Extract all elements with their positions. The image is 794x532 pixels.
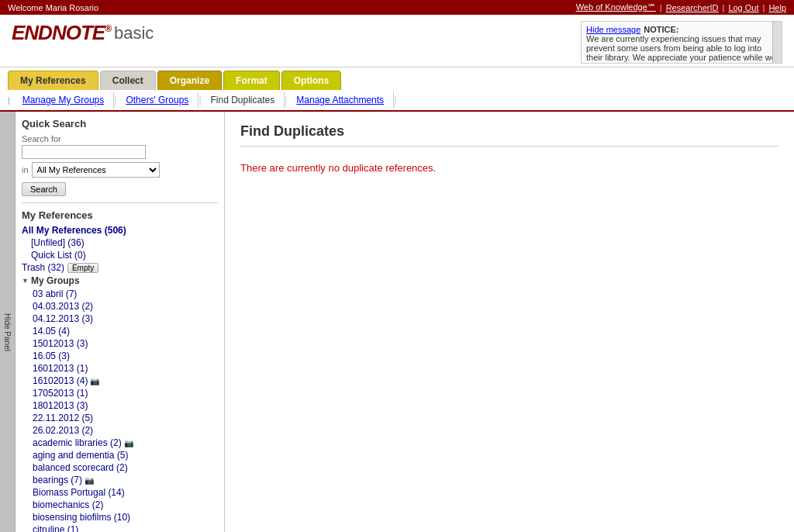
group-link-item[interactable]: 18012013 (3) [22,399,218,412]
my-groups-label: My Groups [31,275,80,286]
sidebar-divider-1 [22,202,218,203]
group-link-item[interactable]: 16.05 (3) [22,350,218,362]
hide-panel-tab[interactable]: Hide Panel [0,112,16,532]
group-icon: 📷 [85,476,94,485]
group-link-item[interactable]: 16102013 (4)📷 [22,375,218,387]
sub-nav-manage-groups[interactable]: Manage My Groups [13,92,114,109]
group-link-item[interactable]: bearings (7)📷 [22,474,218,486]
hide-message-link[interactable]: Hide message [586,25,640,34]
sep2: | [723,3,725,12]
tab-collect[interactable]: Collect [100,71,156,90]
group-link-item[interactable]: biomechanics (2) [22,499,218,511]
header: ENDNOTE® basic Hide message NOTICE: We a… [0,15,794,67]
logo-basic: basic [114,23,154,43]
tab-organize[interactable]: Organize [157,71,222,90]
group-link-item[interactable]: 04.12.2013 (3) [22,313,218,325]
notice-label: NOTICE: [644,25,678,34]
group-link-item[interactable]: 04.03.2013 (2) [22,300,218,313]
quick-search-title: Quick Search [22,118,218,130]
find-duplicates-title: Find Duplicates [240,123,778,147]
tab-format[interactable]: Format [223,71,280,90]
sep1: | [660,3,662,12]
in-select[interactable]: All My References [32,162,160,178]
group-link-item[interactable]: Biomass Portugal (14) [22,486,218,499]
help-link[interactable]: Help [768,3,786,12]
logo-endnote: ENDNOTE® [12,21,111,45]
web-of-knowledge-link[interactable]: Web of Knowledge℠ [576,2,656,12]
search-button[interactable]: Search [22,182,66,196]
logo: ENDNOTE® basic [12,21,154,45]
group-link-item[interactable]: aging and dementia (5) [22,449,218,461]
search-input[interactable] [22,145,146,159]
group-icon: 📷 [90,377,99,385]
search-input-row [22,145,218,159]
group-link-item[interactable]: 26.02.2013 (2) [22,424,218,437]
welcome-text: Welcome Maria Rosario [8,3,98,12]
right-content: Find Duplicates There are currently no d… [225,112,794,532]
trash-row: Trash (32) Empty [22,261,218,274]
top-bar: Welcome Maria Rosario Web of Knowledge℠ … [0,0,794,15]
my-references-section: My References All My References (506) [U… [22,209,218,532]
in-select-row: in All My References [22,162,218,178]
triangle-icon: ▼ [22,277,29,285]
log-out-link[interactable]: Log Out [728,3,758,12]
quick-search-section: Quick Search Search for in All My Refere… [22,118,218,196]
trash-link[interactable]: Trash (32) [22,262,64,273]
sub-nav-manage-attachments[interactable]: Manage Attachments [287,92,394,109]
group-link-item[interactable]: 14.05 (4) [22,325,218,337]
notice-body: We are currently experiencing issues tha… [586,34,776,64]
group-link-item[interactable]: academic libraries (2)📷 [22,437,218,449]
group-link-item[interactable]: 17052013 (1) [22,387,218,399]
group-link-item[interactable]: 22.11.2012 (5) [22,412,218,424]
top-bar-links: Web of Knowledge℠ | ResearcherID | Log O… [576,2,786,12]
group-link-item[interactable]: balanced scorecard (2) [22,461,218,474]
search-for-label: Search for [22,134,218,143]
tab-my-references[interactable]: My References [8,71,98,90]
group-link-item[interactable]: 03 abril (7) [22,288,218,300]
group-icon: 📷 [124,439,133,447]
notice-box: Hide message NOTICE: We are currently ex… [581,21,782,64]
my-references-title: My References [22,209,218,221]
sub-nav-item: | [8,95,13,105]
in-label: in [22,165,29,174]
researcher-id-link[interactable]: ResearcherID [666,3,719,12]
sub-nav-find-duplicates[interactable]: Find Duplicates [202,92,285,109]
main-area: Hide Panel Quick Search Search for in Al… [0,112,794,532]
group-link-item[interactable]: citruline (1) [22,523,218,532]
no-duplicates-message: There are currently no duplicate referen… [240,162,778,174]
sep3: | [763,3,765,12]
sub-nav: | Manage My Groups | Others' Groups | Fi… [0,90,794,112]
sub-nav-sep4: | [394,95,396,105]
group-link-item[interactable]: biosensing biofilms (10) [22,511,218,523]
sub-nav-others-groups[interactable]: Others' Groups [116,92,198,109]
group-link-item[interactable]: 15012013 (3) [22,337,218,350]
tab-options[interactable]: Options [281,71,341,90]
nav-tabs: My References Collect Organize Format Op… [0,67,794,90]
unfiled-link[interactable]: [Unfiled] (36) [31,237,218,249]
quick-list-link[interactable]: Quick List (0) [31,249,218,261]
my-groups-header: ▼ My Groups [22,274,218,288]
empty-trash-button[interactable]: Empty [67,263,98,273]
group-link-item[interactable]: 16012013 (1) [22,362,218,375]
all-my-refs-link[interactable]: All My References (506) [22,224,218,237]
hide-panel-label: Hide Panel [3,313,12,351]
notice-scrollbar[interactable] [772,22,782,63]
groups-list: 03 abril (7)04.03.2013 (2)04.12.2013 (3)… [22,288,218,532]
sidebar: Quick Search Search for in All My Refere… [16,112,225,532]
